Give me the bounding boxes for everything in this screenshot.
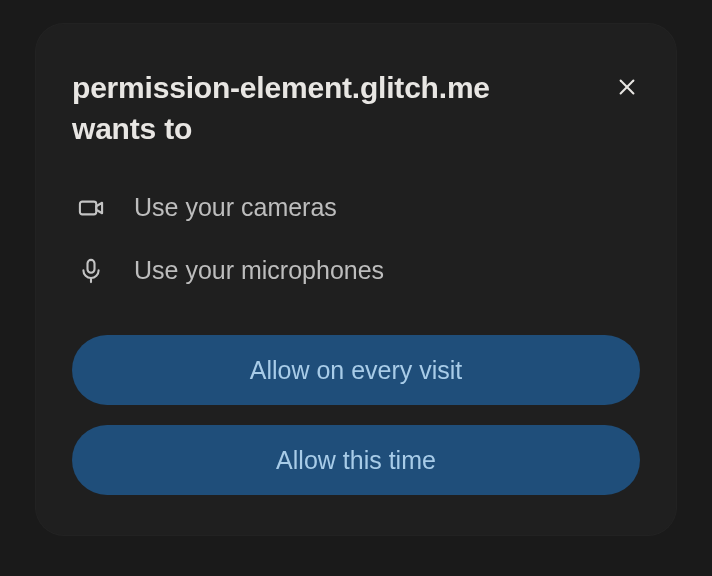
permissions-list: Use your cameras Use your microphones bbox=[72, 193, 640, 285]
close-button[interactable] bbox=[610, 70, 644, 107]
allow-every-visit-button[interactable]: Allow on every visit bbox=[72, 335, 640, 405]
camera-icon bbox=[76, 194, 106, 222]
microphone-icon bbox=[76, 257, 106, 285]
svg-rect-3 bbox=[88, 259, 95, 272]
dialog-title-origin: permission-element.glitch.me bbox=[72, 71, 490, 104]
close-icon bbox=[616, 76, 638, 101]
dialog-header: permission-element.glitch.me wants to bbox=[72, 68, 640, 149]
permission-row-camera: Use your cameras bbox=[76, 193, 640, 222]
dialog-buttons: Allow on every visit Allow this time bbox=[72, 335, 640, 495]
permission-label: Use your microphones bbox=[134, 256, 384, 285]
dialog-title: permission-element.glitch.me wants to bbox=[72, 68, 490, 149]
svg-rect-2 bbox=[80, 201, 96, 214]
permission-row-microphone: Use your microphones bbox=[76, 256, 640, 285]
permission-dialog: permission-element.glitch.me wants to Us… bbox=[36, 24, 676, 535]
allow-this-time-button[interactable]: Allow this time bbox=[72, 425, 640, 495]
dialog-title-suffix: wants to bbox=[72, 112, 192, 145]
permission-label: Use your cameras bbox=[134, 193, 337, 222]
